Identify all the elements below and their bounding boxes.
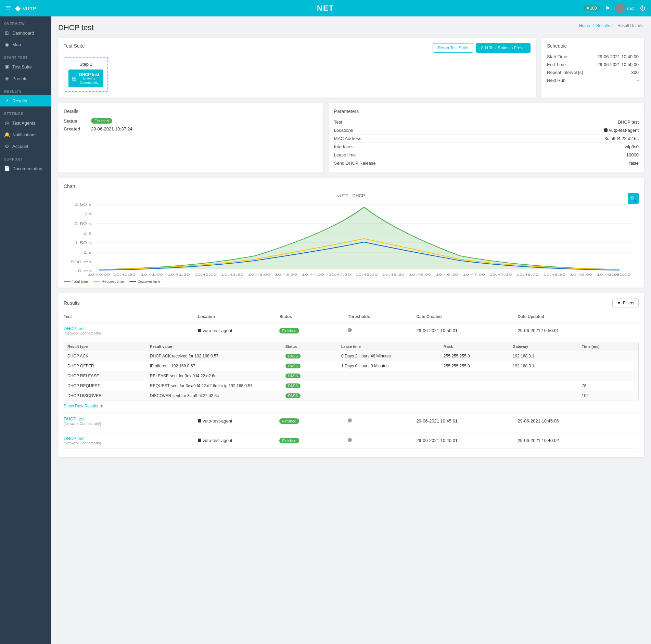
table-row: DHCP test [Network Connectivity] vutp-te… bbox=[64, 432, 639, 452]
sub-table-header: Result typeResult valueStatusLease timeM… bbox=[64, 342, 638, 351]
svg-text:10:45:30: 10:45:30 bbox=[382, 273, 405, 276]
sidebar-label-test-agents: Test Agents bbox=[12, 121, 35, 126]
notifications-icon: 🔔 bbox=[4, 132, 10, 137]
logo: ◆ vUTP bbox=[15, 4, 36, 12]
svg-text:10:40:30: 10:40:30 bbox=[113, 273, 136, 276]
sub-table-row: DHCP DISCOVER DISCOVER sent for 3c:a9:f4… bbox=[64, 391, 638, 401]
filters-button[interactable]: ▼ Filters bbox=[612, 299, 639, 307]
add-preset-button[interactable]: Add Test Suite as Preset bbox=[476, 43, 531, 53]
location-icon bbox=[198, 329, 201, 332]
account-icon: ⚙ bbox=[4, 143, 10, 149]
sidebar-item-test-suite[interactable]: ▣Test Suite bbox=[0, 61, 51, 73]
param-row: Send DHCP Releasefalse bbox=[334, 159, 639, 167]
svg-text:2.50 s: 2.50 s bbox=[74, 222, 92, 226]
sidebar-item-account[interactable]: ⚙Account bbox=[0, 140, 51, 152]
sidebar-item-notifications[interactable]: 🔔Notifications bbox=[0, 129, 51, 140]
results-icon: ↗ bbox=[4, 98, 10, 103]
chart-name: vUTP - DHCP bbox=[64, 193, 639, 198]
sidebar-label-map: Map bbox=[12, 42, 21, 47]
svg-text:10:43:30: 10:43:30 bbox=[275, 273, 297, 276]
step-test-name: DHCP test bbox=[78, 72, 100, 77]
test-suite-icon: ▣ bbox=[4, 64, 10, 70]
rerun-test-suite-button[interactable]: Rerun Test Suite bbox=[433, 43, 473, 53]
pass-badge: PASS bbox=[285, 393, 301, 398]
location-icon bbox=[198, 439, 201, 442]
sub-table-row: DHCP RELEASE RELEASE sent for 3c:a9:f4:2… bbox=[64, 371, 638, 381]
sub-results-table: Result typeResult valueStatusLease timeM… bbox=[64, 342, 639, 401]
svg-text:10:46:00: 10:46:00 bbox=[409, 273, 431, 276]
result-tag: [Network Connectivity] bbox=[64, 441, 195, 445]
threshold-dot bbox=[348, 328, 352, 332]
result-test-link[interactable]: DHCP test bbox=[64, 416, 85, 421]
result-test-link[interactable]: DHCP test bbox=[64, 326, 85, 331]
param-row: Locationsvutp-test-agent bbox=[334, 126, 639, 135]
param-row: Interfaceswlp3s0 bbox=[334, 143, 639, 151]
flag-icon[interactable]: ⚑ bbox=[605, 5, 610, 12]
power-icon[interactable]: ⏻ bbox=[640, 5, 646, 11]
schedule-row: End Time29-06-2021 10:50:00 bbox=[547, 61, 639, 68]
step-label: Step 1 bbox=[68, 62, 103, 67]
chart-title: Chart bbox=[64, 184, 639, 189]
sidebar-item-documentation[interactable]: 📄Documentation bbox=[0, 163, 51, 174]
schedule-row: Start Time29-06-2021 10:40:00 bbox=[547, 53, 639, 61]
svg-text:1 s: 1 s bbox=[83, 251, 92, 254]
presets-icon: ◈ bbox=[4, 76, 10, 81]
sidebar-label-dashboard: Dashboard bbox=[12, 30, 34, 36]
map-icon: ◉ bbox=[4, 42, 10, 47]
svg-text:10:47:00: 10:47:00 bbox=[463, 273, 485, 276]
sidebar-item-results[interactable]: ↗Results bbox=[0, 95, 51, 106]
sidebar-label-presets: Presets bbox=[12, 76, 27, 81]
svg-text:10:47:30: 10:47:30 bbox=[489, 273, 512, 276]
sidebar-item-dashboard[interactable]: ⊞Dashboard bbox=[0, 27, 51, 39]
sub-table-row: DHCP ACK DHCP ACK received for 192.168.0… bbox=[64, 351, 638, 361]
results-title: Results bbox=[64, 300, 80, 306]
svg-text:10:50:00: 10:50:00 bbox=[608, 273, 630, 276]
svg-text:10:41:00: 10:41:00 bbox=[141, 273, 163, 276]
result-main-row: DHCP test [Network Connectivity] vutp-te… bbox=[64, 323, 639, 339]
result-main-row: DHCP test [Network Connectivity] vutp-te… bbox=[64, 432, 639, 449]
sidebar-item-test-agents[interactable]: ◎Test Agents bbox=[0, 117, 51, 129]
result-tag: [Network Connectivity] bbox=[64, 331, 195, 335]
param-row: TestDHCP test bbox=[334, 118, 639, 126]
result-tag: [Network Connectivity] bbox=[64, 421, 195, 426]
sidebar-item-presets[interactable]: ◈Presets bbox=[0, 73, 51, 84]
page-title: DHCP test bbox=[58, 23, 94, 32]
step-box: Step 1 ⊞ DHCP test Network Connectivity bbox=[64, 57, 108, 92]
created-label: Created bbox=[64, 126, 91, 131]
brand-logo: NET bbox=[317, 4, 334, 13]
sidebar-section-overview: OVERVIEW bbox=[0, 16, 51, 27]
parameters-title: Parameters bbox=[334, 109, 639, 114]
network-icon: ⊞ bbox=[72, 75, 76, 82]
svg-text:10:42:30: 10:42:30 bbox=[221, 273, 243, 276]
svg-text:10:44:30: 10:44:30 bbox=[329, 273, 351, 276]
sidebar-section-support: SUPPORT bbox=[0, 152, 51, 163]
sidebar-label-results: Results bbox=[12, 98, 27, 103]
result-test-link[interactable]: DHCP test bbox=[64, 436, 85, 441]
svg-text:2 s: 2 s bbox=[83, 231, 92, 235]
svg-text:10:41:30: 10:41:30 bbox=[167, 273, 190, 276]
threshold-dot bbox=[348, 418, 352, 422]
location-icon bbox=[198, 419, 201, 422]
svg-text:10:48:30: 10:48:30 bbox=[543, 273, 565, 276]
svg-text:10:42:00: 10:42:00 bbox=[194, 273, 217, 276]
svg-text:0 ms: 0 ms bbox=[78, 269, 92, 273]
step-test-button[interactable]: ⊞ DHCP test Network Connectivity bbox=[68, 70, 103, 87]
schedule-row: Repeat interval [s]300 bbox=[547, 68, 639, 76]
status-badge: Finished bbox=[91, 118, 112, 124]
threshold-dot bbox=[348, 438, 352, 442]
created-value: 29-06-2021 10:37:24 bbox=[91, 126, 132, 131]
chart-zoom-button[interactable]: 🔍 bbox=[628, 193, 639, 204]
sub-table-row: DHCP REQUEST REQUEST sent for 3c:a9:f4:2… bbox=[64, 381, 638, 391]
hamburger-icon[interactable]: ☰ bbox=[5, 4, 11, 12]
test-agents-icon: ◎ bbox=[4, 120, 10, 126]
svg-text:10:44:00: 10:44:00 bbox=[302, 273, 324, 276]
sidebar-item-map[interactable]: ◉Map bbox=[0, 39, 51, 50]
user-avatar[interactable]: root bbox=[615, 3, 635, 13]
svg-text:10:49:00: 10:49:00 bbox=[570, 273, 592, 276]
breadcrumb: Home / Results / Result Details bbox=[579, 23, 644, 28]
table-row: DHCP test [Network Connectivity] vutp-te… bbox=[64, 413, 639, 432]
count-badge[interactable]: ■ 100 bbox=[584, 5, 600, 11]
status-badge: Finished bbox=[279, 438, 299, 443]
show-raw-results-button[interactable]: Show Raw Results ▼ bbox=[64, 404, 639, 408]
svg-text:10:40:00: 10:40:00 bbox=[88, 273, 110, 276]
